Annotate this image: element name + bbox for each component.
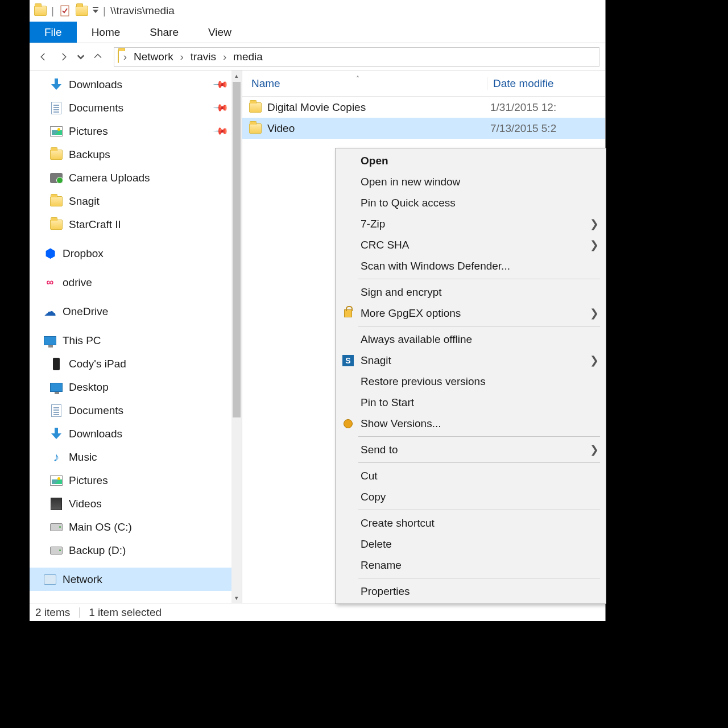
sidebar-item-label: Videos bbox=[69, 498, 102, 510]
tab-home[interactable]: Home bbox=[77, 22, 135, 43]
list-item-selected[interactable]: Video 7/13/2015 5:2 bbox=[242, 118, 605, 139]
ctx-restore-previous[interactable]: Restore previous versions bbox=[337, 371, 605, 392]
lock-icon bbox=[341, 307, 355, 320]
ctx-pin-quick-access[interactable]: Pin to Quick access bbox=[337, 192, 605, 213]
forward-button[interactable] bbox=[56, 49, 72, 65]
sidebar-item-label: OneDrive bbox=[63, 305, 108, 318]
sidebar-item-backup-d[interactable]: Backup (D:) bbox=[30, 539, 231, 562]
ctx-label: More GpgEX options bbox=[361, 307, 461, 320]
sidebar-item-backups[interactable]: Backups bbox=[30, 143, 231, 166]
ctx-copy[interactable]: Copy bbox=[337, 486, 605, 507]
sidebar-item-label: Network bbox=[63, 573, 102, 586]
titlebar-sep: | bbox=[51, 5, 54, 17]
sidebar-item-codys-ipad[interactable]: Cody's iPad bbox=[30, 352, 231, 375]
submenu-arrow-icon: ❯ bbox=[590, 443, 599, 456]
ctx-sign-encrypt[interactable]: Sign and encrypt bbox=[337, 282, 605, 303]
ctx-label: Always available offline bbox=[361, 333, 472, 346]
ctx-pin-start[interactable]: Pin to Start bbox=[337, 392, 605, 413]
sort-ascending-icon: ˄ bbox=[356, 75, 359, 83]
ctx-label: Pin to Quick access bbox=[361, 197, 456, 209]
breadcrumb-travis[interactable]: travis bbox=[188, 49, 218, 64]
ctx-open[interactable]: Open bbox=[337, 150, 605, 171]
ctx-7zip[interactable]: 7-Zip ❯ bbox=[337, 213, 605, 234]
ctx-separator bbox=[358, 462, 600, 463]
ctx-open-new-window[interactable]: Open in new window bbox=[337, 171, 605, 192]
sidebar-item-downloads[interactable]: Downloads 📌 bbox=[30, 73, 231, 96]
ctx-show-versions[interactable]: Show Versions... bbox=[337, 413, 605, 434]
sidebar-item-starcraft[interactable]: StarCraft II bbox=[30, 213, 231, 236]
pin-icon: 📌 bbox=[213, 123, 230, 140]
sidebar-item-snagit[interactable]: Snagit bbox=[30, 189, 231, 213]
sidebar-item-pictures-2[interactable]: Pictures bbox=[30, 469, 231, 492]
ctx-label: Cut bbox=[361, 470, 378, 482]
breadcrumb-media[interactable]: media bbox=[231, 49, 265, 64]
sidebar-item-desktop[interactable]: Desktop bbox=[30, 375, 231, 399]
ctx-rename[interactable]: Rename bbox=[337, 555, 605, 576]
camera-icon bbox=[49, 171, 63, 185]
status-sep bbox=[79, 607, 80, 618]
qat-properties-icon[interactable] bbox=[59, 5, 71, 17]
recent-locations-dropdown[interactable] bbox=[76, 49, 85, 65]
address-caret-1[interactable]: › bbox=[178, 51, 186, 63]
list-item[interactable]: Digital Movie Copies 1/31/2015 12: bbox=[242, 97, 605, 118]
address-caret-0[interactable]: › bbox=[121, 51, 129, 63]
ctx-send-to[interactable]: Send to ❯ bbox=[337, 439, 605, 460]
sidebar-item-label: This PC bbox=[63, 334, 101, 347]
submenu-arrow-icon: ❯ bbox=[590, 217, 599, 230]
documents-icon bbox=[49, 404, 63, 417]
ctx-crc-sha[interactable]: CRC SHA ❯ bbox=[337, 234, 605, 255]
navigation-pane: Downloads 📌 Documents 📌 Pictures 📌 Backu… bbox=[30, 71, 242, 603]
folder-icon bbox=[248, 123, 263, 134]
scroll-down-button[interactable]: ▾ bbox=[231, 593, 242, 603]
sidebar-item-documents-2[interactable]: Documents bbox=[30, 399, 231, 422]
ctx-label: Show Versions... bbox=[361, 417, 441, 430]
sidebar-item-videos[interactable]: Videos bbox=[30, 492, 231, 515]
column-name-label: Name bbox=[251, 77, 280, 89]
sidebar-item-onedrive[interactable]: ☁ OneDrive bbox=[30, 300, 231, 323]
sidebar-item-label: Documents bbox=[69, 404, 123, 417]
sidebar-item-network[interactable]: Network bbox=[30, 568, 231, 591]
ctx-scan-defender[interactable]: Scan with Windows Defender... bbox=[337, 255, 605, 276]
tab-share[interactable]: Share bbox=[135, 22, 193, 43]
sidebar-item-camera-uploads[interactable]: Camera Uploads bbox=[30, 166, 231, 189]
qat-customize-dropdown[interactable] bbox=[93, 7, 98, 15]
ctx-create-shortcut[interactable]: Create shortcut bbox=[337, 512, 605, 533]
odrive-icon: ∞ bbox=[43, 276, 57, 289]
sidebar-item-this-pc[interactable]: This PC bbox=[30, 329, 231, 352]
sidebar-item-music[interactable]: ♪ Music bbox=[30, 445, 231, 469]
ctx-label: Sign and encrypt bbox=[361, 286, 442, 299]
sidebar-item-pictures[interactable]: Pictures 📌 bbox=[30, 119, 231, 143]
ctx-snagit[interactable]: S Snagit ❯ bbox=[337, 350, 605, 371]
ctx-delete[interactable]: Delete bbox=[337, 533, 605, 555]
scroll-thumb[interactable] bbox=[233, 82, 241, 417]
tab-file[interactable]: File bbox=[30, 22, 77, 43]
network-icon bbox=[43, 573, 57, 586]
sidebar-item-documents[interactable]: Documents 📌 bbox=[30, 96, 231, 119]
ipad-icon bbox=[49, 357, 63, 371]
sidebar-item-downloads-2[interactable]: Downloads bbox=[30, 422, 231, 445]
ctx-always-offline[interactable]: Always available offline bbox=[337, 329, 605, 350]
ctx-separator bbox=[358, 436, 600, 437]
sidebar-item-main-os[interactable]: Main OS (C:) bbox=[30, 515, 231, 539]
music-icon: ♪ bbox=[49, 450, 63, 464]
breadcrumb-network[interactable]: Network bbox=[131, 49, 176, 64]
address-bar[interactable]: › Network › travis › media bbox=[114, 47, 599, 67]
downloads-icon bbox=[49, 78, 63, 92]
ctx-separator bbox=[358, 279, 600, 279]
ctx-cut[interactable]: Cut bbox=[337, 465, 605, 486]
ribbon-tabs: File Home Share View bbox=[30, 22, 605, 43]
sidebar-item-odrive[interactable]: ∞ odrive bbox=[30, 271, 231, 294]
qat-newfolder-icon[interactable] bbox=[76, 5, 88, 17]
tab-view[interactable]: View bbox=[193, 22, 246, 43]
sidebar-item-dropbox[interactable]: ⬢ Dropbox bbox=[30, 242, 231, 265]
column-name[interactable]: ˄ Name bbox=[248, 77, 487, 90]
column-date-modified[interactable]: Date modifie bbox=[487, 77, 605, 90]
address-root-icon[interactable] bbox=[118, 51, 119, 63]
up-button[interactable] bbox=[90, 49, 106, 65]
ctx-gpgex[interactable]: More GpgEX options ❯ bbox=[337, 303, 605, 324]
back-button[interactable] bbox=[35, 49, 51, 65]
ctx-properties[interactable]: Properties bbox=[337, 581, 605, 602]
address-caret-2[interactable]: › bbox=[221, 51, 229, 63]
nav-scrollbar[interactable]: ▴ ▾ bbox=[231, 71, 242, 603]
scroll-up-button[interactable]: ▴ bbox=[231, 71, 242, 81]
